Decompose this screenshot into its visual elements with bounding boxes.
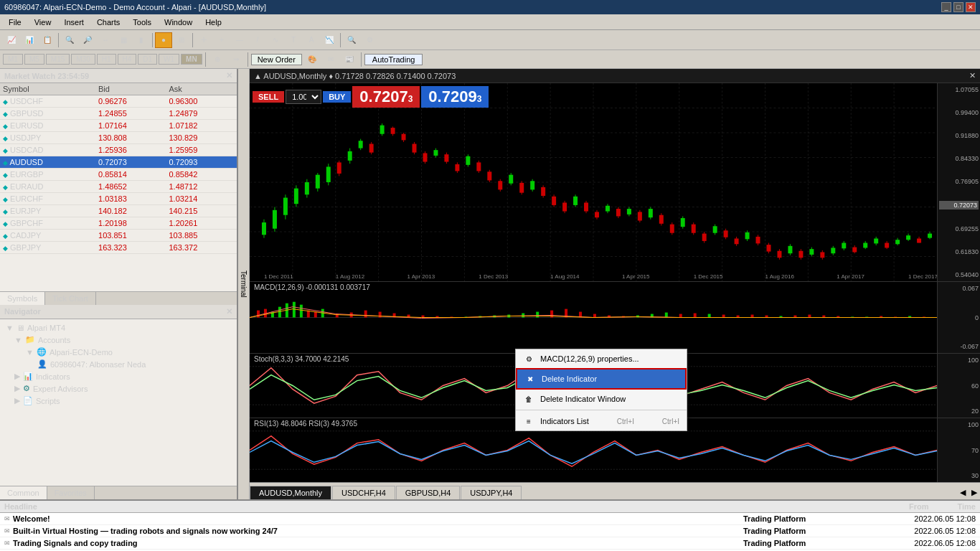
person-icon: 👤 <box>37 359 47 369</box>
minimize-button[interactable]: _ <box>941 2 951 12</box>
new-order-button[interactable]: New Order <box>251 54 302 65</box>
news-col-time: Time <box>958 502 976 511</box>
autotrading-button[interactable]: AutoTrading <box>364 54 423 65</box>
period-h4[interactable]: H4 <box>118 54 137 65</box>
tb-crosshair[interactable]: ✛ <box>195 32 212 48</box>
tb-settings[interactable]: ⚙ <box>361 32 378 48</box>
tb-label[interactable]: A <box>303 32 320 48</box>
nav-alpari-mt4[interactable]: ▼ 🖥 Alpari MT4 <box>3 322 234 334</box>
period-w1[interactable]: W1 <box>159 54 179 65</box>
news-row[interactable]: ✉ Built-in Virtual Hosting — trading rob… <box>0 525 980 537</box>
tb-text[interactable]: T <box>285 32 302 48</box>
menu-window[interactable]: Window <box>159 17 198 28</box>
market-watch-row[interactable]: ◆ AUDUSD 0.72073 0.72093 <box>0 156 237 169</box>
market-watch-row[interactable]: ◆ USDJPY 130.808 130.829 <box>0 132 237 144</box>
period-m15[interactable]: M15 <box>46 54 70 65</box>
buy-button[interactable]: BUY <box>323 91 351 103</box>
tb-arrow[interactable]: / <box>249 32 266 48</box>
period-mn[interactable]: MN <box>181 54 202 65</box>
close-button[interactable]: ✕ <box>966 2 976 12</box>
nav-ecn-demo[interactable]: ▼ 🌐 Alpari-ECN-Demo <box>3 346 234 358</box>
nav-indicators[interactable]: ▶ 📊 Indicators <box>3 370 234 382</box>
sell-button[interactable]: SELL <box>253 91 284 103</box>
chart-close[interactable]: ✕ <box>969 71 976 80</box>
ctx-delete-indicator-window[interactable]: 🗑 Delete Indicator Window <box>516 390 687 408</box>
chart-scroll-left[interactable]: ◀ <box>957 486 969 499</box>
tb-profile[interactable]: 📊 <box>21 32 38 48</box>
maximize-button[interactable]: □ <box>953 2 963 12</box>
tab-common[interactable]: Common <box>0 486 47 499</box>
tb-bar-chart[interactable]: ▦ <box>115 32 132 48</box>
tb-indicator[interactable]: 📉 <box>321 32 338 48</box>
period-m5[interactable]: M5 <box>24 54 44 65</box>
market-watch-row[interactable]: ◆ EURGBP 0.85814 0.85842 <box>0 169 237 181</box>
ctx-indicators-list[interactable]: ≡ Indicators List Ctrl+I Ctrl+I <box>516 412 687 430</box>
news-row[interactable]: ✉ Trading Signals and copy trading Tradi… <box>0 537 980 550</box>
tb-mail[interactable]: ✉ <box>322 52 339 67</box>
market-watch-row[interactable]: ◆ EURAUD 1.48652 1.48712 <box>0 181 237 193</box>
tb-auto-scroll[interactable]: ⇒ <box>227 52 245 67</box>
tb-add[interactable]: + <box>213 32 230 48</box>
menu-view[interactable]: View <box>29 17 57 28</box>
tb-news[interactable]: 📰 <box>341 52 358 67</box>
tb-zoom-out[interactable]: 🔎 <box>79 32 96 48</box>
chart-tab-usdchf[interactable]: USDCHF,H4 <box>332 486 395 499</box>
market-watch-row[interactable]: ◆ USDCAD 1.25936 1.25959 <box>0 144 237 156</box>
menu-help[interactable]: Help <box>199 17 227 28</box>
svg-rect-183 <box>536 312 539 318</box>
tb-search[interactable]: 🔍 <box>343 32 360 48</box>
svg-rect-53 <box>423 153 427 161</box>
chart-scroll-right[interactable]: ▶ <box>969 486 980 499</box>
tb-wave[interactable]: ∿ <box>267 32 284 48</box>
market-watch-row[interactable]: ◆ USDCHF 0.96276 0.96300 <box>0 95 237 108</box>
market-watch-row[interactable]: ◆ GBPJPY 163.323 163.372 <box>0 242 237 254</box>
menu-tools[interactable]: Tools <box>127 17 157 28</box>
market-watch-row[interactable]: ◆ EURJPY 140.182 140.215 <box>0 205 237 217</box>
menu-insert[interactable]: Insert <box>58 17 90 28</box>
lot-selector[interactable]: 1.00 <box>286 90 321 104</box>
market-watch-row[interactable]: ◆ GBPCHF 1.20198 1.20261 <box>0 217 237 230</box>
toolbar-1: 📈 📊 📋 🔍 🔎 ↔ ▦ ▮ ● ⊞ ✛ + — / ∿ T A 📉 🔍 ⚙ <box>0 30 980 50</box>
chart-tab-audusd[interactable]: AUDUSD,Monthly <box>250 486 331 499</box>
nav-experts[interactable]: ▶ ⚙ Expert Advisors <box>3 382 234 395</box>
market-watch-row[interactable]: ◆ EURCHF 1.03183 1.03214 <box>0 193 237 205</box>
tb-scroll[interactable]: ↔ <box>97 32 114 48</box>
tb-new-chart[interactable]: 📈 <box>3 32 20 48</box>
buy-price-sup: 3 <box>477 95 482 103</box>
period-d1[interactable]: D1 <box>138 54 157 65</box>
market-watch-row[interactable]: ◆ GBPUSD 1.24855 1.24879 <box>0 108 237 120</box>
tb-templates[interactable]: 📋 <box>39 32 56 48</box>
tb-highlight[interactable]: ● <box>155 32 172 48</box>
nav-accounts[interactable]: ▼ 📁 Accounts <box>3 334 234 346</box>
chart-tab-usdjpy[interactable]: USDJPY,H4 <box>461 486 522 499</box>
mw-ask: 140.215 <box>166 205 237 217</box>
tb-zoom-in[interactable]: 🔍 <box>61 32 78 48</box>
tab-favorites[interactable]: Favorites <box>47 486 95 499</box>
expert-icon: ⚙ <box>23 384 30 393</box>
nav-scripts[interactable]: ▶ 📄 Scripts <box>3 395 234 407</box>
period-m1[interactable]: M1 <box>3 54 23 65</box>
ctx-macd-properties[interactable]: ⚙ MACD(12,26,9) properties... <box>516 349 687 368</box>
market-watch-row[interactable]: ◆ CADJPY 103.851 103.885 <box>0 230 237 242</box>
tb-chart-shift[interactable]: ⊕ <box>209 52 226 67</box>
period-m30[interactable]: M30 <box>71 54 95 65</box>
chart-tab-gbpusd[interactable]: GBPUSD,H4 <box>396 486 461 499</box>
tb-candle[interactable]: ▮ <box>133 32 150 48</box>
news-row[interactable]: ✉ Welcome! Trading Platform 2022.06.05 1… <box>0 513 980 525</box>
tb-color[interactable]: 🎨 <box>303 52 321 67</box>
menu-charts[interactable]: Charts <box>91 17 126 28</box>
ctx-delete-indicator[interactable]: ✖ Delete Indicator <box>516 368 687 390</box>
main-chart[interactable]: SELL 1.00 BUY 0.72 07 3 0.72 09 3 <box>250 83 980 281</box>
market-watch-row[interactable]: ◆ EURUSD 1.07164 1.07182 <box>0 120 237 132</box>
market-watch-close[interactable]: ✕ <box>226 71 232 80</box>
nav-account-detail[interactable]: 👤 60986047: Albonaser Neda <box>3 358 234 370</box>
navigator-close[interactable]: ✕ <box>226 307 232 316</box>
tab-symbols[interactable]: Symbols <box>0 292 45 305</box>
menu-file[interactable]: File <box>3 17 27 28</box>
tb-period-sep[interactable]: ⊞ <box>173 32 190 48</box>
tab-tick-chart[interactable]: Tick Chart <box>45 292 96 305</box>
svg-text:1 Apr 2013: 1 Apr 2013 <box>407 273 435 279</box>
period-h1[interactable]: H1 <box>97 54 116 65</box>
tb-line[interactable]: — <box>231 32 248 48</box>
terminal-sidebar-label[interactable]: Terminal <box>238 69 250 499</box>
